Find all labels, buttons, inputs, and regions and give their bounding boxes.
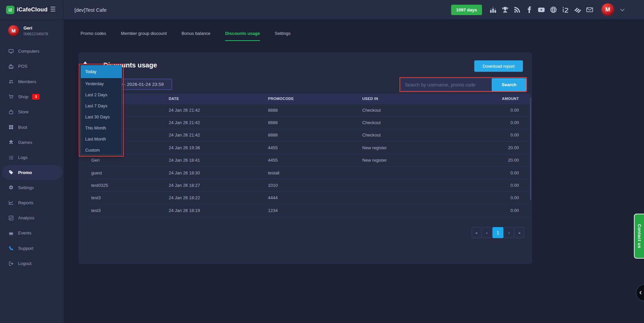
sidebar-item-promo[interactable]: Promo <box>2 165 62 180</box>
pos-icon <box>8 64 14 69</box>
column-header: DATE <box>169 97 268 101</box>
sidebar-item-events[interactable]: Events <box>0 225 64 240</box>
tab-settings[interactable]: Settings <box>275 31 290 41</box>
usedin-cell: New register <box>362 158 463 163</box>
menu-icon[interactable]: ☰ <box>50 6 57 13</box>
amount-cell: 20.00 <box>463 145 530 150</box>
pagination: «‹1›» <box>472 227 524 238</box>
layers-icon[interactable] <box>574 6 581 13</box>
dropdown-option-last-2-days[interactable]: Last 2 Days <box>81 89 122 100</box>
topbar: i2 iCafeCloud ☰ [dev]Test Cafe 1097 days… <box>0 0 644 20</box>
games-icon <box>8 140 14 145</box>
contact-us-label: Contact us <box>637 224 642 248</box>
tab-member-group-discount[interactable]: Member group discount <box>121 31 167 41</box>
chevron-down-icon[interactable] <box>620 7 625 11</box>
table-row: guest24 Jan 26 18:30testall0.00 <box>88 167 530 179</box>
sidebar-item-label: Logs <box>18 155 28 160</box>
facebook-icon[interactable] <box>526 6 533 13</box>
ranking-icon[interactable] <box>489 6 497 13</box>
sidebar-item-settings[interactable]: Settings <box>0 180 64 195</box>
search-button[interactable]: Search <box>492 78 526 91</box>
globe-icon[interactable] <box>550 6 557 13</box>
rss-icon[interactable] <box>514 6 521 13</box>
tab-promo-codes[interactable]: Promo codes <box>80 31 106 41</box>
table-row: test032524 Jan 26 18:2710100.00 <box>88 179 530 192</box>
sidebar-menu: Computers POS Members Shop 3 Store Boot … <box>0 44 64 271</box>
date-cell: 24 Jan 26 18:22 <box>169 195 268 200</box>
avatar[interactable]: M <box>8 25 19 36</box>
dropdown-option-last-month[interactable]: Last Month <box>81 133 122 145</box>
phone-icon <box>8 246 14 251</box>
sidebar: M Geri 008612345678 Computers POS Member… <box>0 19 64 323</box>
youtube-icon[interactable] <box>538 6 545 13</box>
notification-badge: 3 <box>32 94 40 100</box>
sidebar-item-boot[interactable]: Boot <box>0 119 64 134</box>
download-report-button[interactable]: Download report <box>474 60 523 72</box>
sidebar-item-label: Shop <box>18 94 28 99</box>
tag-icon <box>8 170 14 175</box>
sidebar-item-members[interactable]: Members <box>0 74 64 89</box>
logs-icon <box>8 155 14 160</box>
usedin-cell: Checkout <box>362 132 463 138</box>
tab-bonus-balance[interactable]: Bonus balance <box>181 31 210 41</box>
search-input[interactable] <box>400 78 492 91</box>
trophy-icon[interactable] <box>501 6 509 13</box>
sidebar-item-label: Games <box>18 140 32 145</box>
collapse-widget-button[interactable]: ‹ <box>636 284 644 301</box>
sidebar-item-label: Promo <box>18 170 32 175</box>
promocode-cell: 4455 <box>268 158 362 163</box>
pagination-last[interactable]: » <box>515 227 524 238</box>
pagination-page-1[interactable]: 1 <box>492 227 503 238</box>
sidebar-item-logs[interactable]: Logs <box>0 150 64 165</box>
sidebar-item-support[interactable]: Support <box>0 241 64 256</box>
username-cell: test0325 <box>88 183 169 188</box>
windows-icon <box>8 124 14 130</box>
sidebar-item-logout[interactable]: Logout <box>0 256 64 271</box>
monitor-icon <box>8 49 14 54</box>
tab-discounts-usage[interactable]: Discounts usage <box>225 31 260 41</box>
crown-icon <box>8 230 14 236</box>
sidebar-item-label: Analysis <box>18 215 34 220</box>
username-cell: guest <box>88 170 169 175</box>
dropdown-option-last-30-days[interactable]: Last 30 Days <box>81 111 122 122</box>
icafecloud-icon[interactable] <box>562 6 569 13</box>
dropdown-option-custom[interactable]: Custom <box>81 145 122 156</box>
date-cell: 24 Jan 26 18:41 <box>169 158 268 163</box>
mail-icon[interactable] <box>586 6 593 13</box>
sidebar-item-store[interactable]: Store <box>0 104 64 119</box>
sidebar-item-label: Computers <box>18 49 40 54</box>
amount-cell: 0.00 <box>463 183 530 188</box>
amount-cell: 0.00 <box>463 132 530 138</box>
sidebar-user: M Geri 008612345678 <box>0 19 64 41</box>
search-group: Search <box>400 78 526 91</box>
sidebar-item-pos[interactable]: POS <box>0 59 64 74</box>
table-body: 24 Jan 26 21:428888Checkout0.0024 Jan 26… <box>88 104 530 217</box>
table-row: 24 Jan 26 21:428888Checkout0.00 <box>88 116 530 129</box>
dropdown-option-today[interactable]: Today <box>81 65 122 78</box>
days-remaining-badge[interactable]: 1097 days <box>451 5 482 15</box>
amount-cell: 0.00 <box>463 108 530 113</box>
sidebar-item-reports[interactable]: Reports <box>0 195 64 210</box>
dropdown-option-this-month[interactable]: This Month <box>81 122 122 133</box>
sidebar-item-computers[interactable]: Computers <box>0 44 64 59</box>
dropdown-option-yesterday[interactable]: Yesterday <box>81 78 122 89</box>
promocode-cell: 8888 <box>268 120 362 125</box>
dropdown-caret-icon <box>83 61 88 64</box>
table-scrollbar[interactable] <box>530 97 531 200</box>
sidebar-item-games[interactable]: Games <box>0 135 64 150</box>
pagination-next[interactable]: › <box>504 227 514 238</box>
contact-us-button[interactable]: Contact us <box>634 214 644 259</box>
avatar[interactable]: M <box>601 3 614 16</box>
sidebar-item-analysis[interactable]: Analysis <box>0 210 64 225</box>
amount-cell: 20.00 <box>463 158 530 163</box>
username-cell: test3 <box>88 195 169 200</box>
tab-bar: Promo codesMember group discountBonus ba… <box>80 31 290 41</box>
pagination-first[interactable]: « <box>472 227 481 238</box>
dropdown-option-last-7-days[interactable]: Last 7 Days <box>81 100 122 111</box>
cart-icon <box>8 94 14 100</box>
table-row: 24 Jan 26 19:364455New register20.00 <box>88 142 530 154</box>
sidebar-item-shop[interactable]: Shop 3 <box>0 89 64 104</box>
pagination-prev[interactable]: ‹ <box>482 227 492 238</box>
sidebar-item-label: Support <box>18 246 34 251</box>
table-row: 24 Jan 26 21:428888Checkout0.00 <box>88 104 530 116</box>
